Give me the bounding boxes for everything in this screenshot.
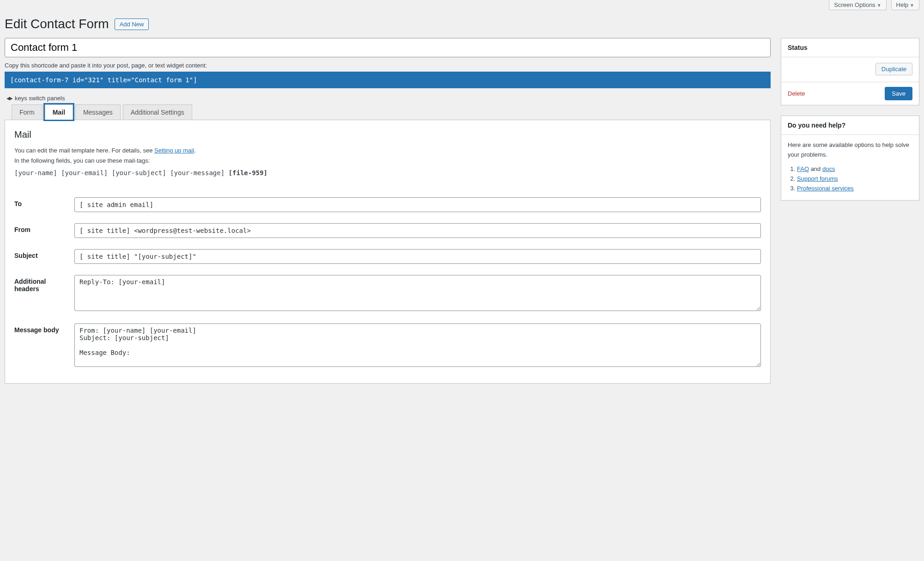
status-heading: Status bbox=[781, 38, 919, 57]
status-box: Status Duplicate Delete Save bbox=[781, 38, 919, 105]
help-item-forums: Support forums bbox=[797, 175, 912, 182]
help-box: Do you need help? Here are some availabl… bbox=[781, 116, 919, 201]
tab-form[interactable]: Form bbox=[12, 104, 43, 120]
subject-field[interactable] bbox=[74, 249, 761, 264]
message-body-field[interactable]: From: [your-name] [your-email] Subject: … bbox=[74, 323, 761, 367]
form-title-input[interactable] bbox=[5, 38, 771, 57]
duplicate-button[interactable]: Duplicate bbox=[875, 63, 912, 75]
additional-headers-field[interactable]: Reply-To: [your-email] bbox=[74, 275, 761, 311]
label-from: From bbox=[14, 218, 74, 244]
help-item-pro: Professional services bbox=[797, 185, 912, 192]
arrow-icon: ◀▶ bbox=[6, 96, 12, 101]
label-message-body: Message body bbox=[14, 318, 74, 374]
support-forums-link[interactable]: Support forums bbox=[797, 175, 838, 182]
label-to: To bbox=[14, 192, 74, 218]
add-new-button[interactable]: Add New bbox=[115, 18, 149, 30]
mail-panel: Mail You can edit the mail template here… bbox=[5, 120, 771, 384]
save-button[interactable]: Save bbox=[885, 87, 912, 100]
tab-mail[interactable]: Mail bbox=[45, 104, 73, 120]
mail-hint-b: . bbox=[194, 147, 196, 154]
faq-link[interactable]: FAQ bbox=[797, 165, 809, 172]
shortcode-field[interactable] bbox=[5, 72, 771, 88]
help-button[interactable]: Help bbox=[891, 0, 919, 10]
delete-link[interactable]: Delete bbox=[788, 90, 805, 97]
from-field[interactable] bbox=[74, 223, 761, 238]
mail-hint-a: You can edit the mail template here. For… bbox=[14, 147, 154, 154]
help-item-faq-docs: FAQ and docs bbox=[797, 165, 912, 172]
and-text: and bbox=[809, 165, 822, 172]
help-heading: Do you need help? bbox=[781, 116, 919, 135]
tab-messages[interactable]: Messages bbox=[75, 104, 121, 120]
shortcode-hint: Copy this shortcode and paste it into yo… bbox=[5, 62, 771, 69]
professional-services-link[interactable]: Professional services bbox=[797, 185, 854, 192]
docs-link[interactable]: docs bbox=[822, 165, 835, 172]
mail-tags: [your-name] [your-email] [your-subject] … bbox=[14, 169, 225, 177]
screen-options-button[interactable]: Screen Options bbox=[829, 0, 886, 10]
page-title: Edit Contact Form bbox=[5, 17, 109, 31]
switch-panels-note: keys switch panels bbox=[15, 95, 65, 102]
label-subject: Subject bbox=[14, 244, 74, 269]
mail-hint-c: In the following fields, you can use the… bbox=[14, 157, 150, 164]
label-additional-headers: Additional headers bbox=[14, 269, 74, 318]
to-field[interactable] bbox=[74, 197, 761, 212]
mail-tag-file: [file-959] bbox=[229, 169, 267, 177]
help-text: Here are some available options to help … bbox=[788, 140, 912, 160]
mail-heading: Mail bbox=[14, 129, 761, 140]
setting-up-mail-link[interactable]: Setting up mail bbox=[154, 147, 194, 154]
tab-additional-settings[interactable]: Additional Settings bbox=[123, 104, 192, 120]
